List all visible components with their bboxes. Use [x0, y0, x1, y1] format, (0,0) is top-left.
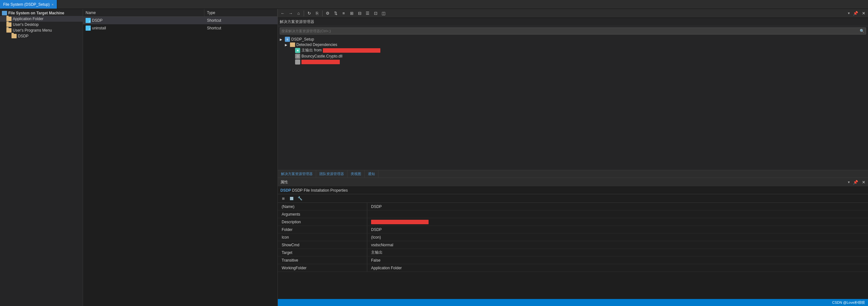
- preview-button[interactable]: ◫: [380, 10, 387, 17]
- copy-button[interactable]: ⎘: [314, 10, 321, 17]
- prop-label-transitive: Transitive: [278, 256, 367, 264]
- prop-label-name: (Name): [278, 203, 367, 210]
- refresh-button[interactable]: ↻: [306, 10, 313, 17]
- collapse-button[interactable]: ⊟: [356, 10, 363, 17]
- prop-wrench-button[interactable]: 🔧: [297, 195, 303, 202]
- prop-value-target: 主输出: [367, 250, 868, 255]
- solution-title-area: 解决方案资源管理器: [278, 18, 868, 26]
- prop-label-workingfolder: WorkingFolder: [278, 264, 367, 272]
- solution-tabs: 解决方案资源管理器 团队资源管理器 类视图 通知: [278, 170, 868, 178]
- properties-title-text: DSDP File Installation Properties: [292, 188, 348, 193]
- dll-icon: ◫: [295, 54, 300, 59]
- filter-button[interactable]: ≡: [340, 10, 347, 17]
- prop-row-workingfolder[interactable]: WorkingFolder Application Folder: [278, 264, 868, 272]
- toolbar-left: ← → ⌂ ↻ ⎘ ⚙ ⇅ ≡ ⊞ ⊟ ☰ ⊡ ◫: [279, 10, 387, 17]
- properties-label: 属性: [279, 180, 289, 185]
- sort-button[interactable]: ⇅: [332, 10, 339, 17]
- col-header-type: Type: [205, 9, 278, 16]
- ref-icon: [295, 59, 300, 64]
- prop-row-target[interactable]: Target 主输出: [278, 249, 868, 256]
- sol-tree-item-primary-output[interactable]: ▶ ▣ 主输出 from: [278, 47, 868, 53]
- properties-button[interactable]: ⊡: [372, 10, 379, 17]
- sol-tree-item-ref[interactable]: ▶: [278, 59, 868, 65]
- tree-root-label: File System on Target Machine: [8, 11, 64, 15]
- toolbar-right: ▼ 📌 ✕: [847, 10, 867, 16]
- prop-sort-button[interactable]: 🔡: [288, 195, 295, 202]
- prop-value-transitive: False: [367, 258, 868, 263]
- toolbar-separator-2: [322, 10, 322, 16]
- properties-toolbar: 属性 ▼ 📌 ✕: [278, 178, 868, 187]
- prop-value-workingfolder: Application Folder: [367, 266, 868, 270]
- project-icon: S: [285, 37, 290, 42]
- view-button[interactable]: ☰: [364, 10, 371, 17]
- folder-icon: [11, 34, 17, 38]
- prop-grid-button[interactable]: ⊞: [280, 195, 287, 202]
- folder-icon: [6, 22, 11, 27]
- sol-tree-item-bouncy[interactable]: ▶ ◫ BouncyCastle.Crypto.dll: [278, 53, 868, 59]
- prop-label-description: Description: [278, 218, 367, 225]
- tab-class-view[interactable]: 类视图: [347, 170, 365, 178]
- main-layout: File System on Target Machine Applicatio…: [0, 9, 868, 306]
- forward-button[interactable]: →: [287, 10, 294, 17]
- prop-row-folder[interactable]: Folder DSDP: [278, 226, 868, 234]
- file-icon: ▣: [295, 48, 300, 53]
- search-input[interactable]: [281, 29, 860, 33]
- dropdown-arrow-icon[interactable]: ▼: [847, 11, 850, 15]
- close-panel-button[interactable]: ✕: [861, 10, 867, 16]
- search-icon[interactable]: 🔍: [860, 29, 865, 33]
- back-button[interactable]: ←: [279, 10, 286, 17]
- tab-file-system[interactable]: File System (DSDP_Setup) ×: [0, 0, 57, 9]
- prop-row-icon[interactable]: Icon (Icon): [278, 234, 868, 241]
- tree-item-users-desktop[interactable]: User's Desktop: [0, 22, 83, 28]
- tree-item-application-folder[interactable]: Application Folder: [0, 16, 83, 22]
- pin-button[interactable]: 📌: [852, 10, 859, 16]
- file-type-cell: Shortcut: [205, 24, 278, 32]
- prop-label-icon: Icon: [278, 234, 367, 241]
- file-list-header: Name Type: [83, 9, 278, 17]
- sol-item-label: 主输出 from: [302, 48, 321, 53]
- tab-close-button[interactable]: ×: [52, 3, 53, 6]
- settings-button[interactable]: ⚙: [324, 10, 331, 17]
- tree-item-users-programs-menu[interactable]: User's Programs Menu: [0, 28, 83, 33]
- toolbar-separator: [304, 10, 304, 16]
- tree-item-label: User's Desktop: [13, 22, 39, 27]
- solution-tree: ▶ S DSDP_Setup ▶ Detected Dependencies ▶…: [278, 36, 868, 170]
- prop-row-transitive[interactable]: Transitive False: [278, 256, 868, 264]
- tree-panel: File System on Target Machine Applicatio…: [0, 9, 83, 306]
- tab-team-explorer[interactable]: 团队资源管理器: [316, 170, 347, 178]
- tab-notifications[interactable]: 通知: [365, 170, 378, 178]
- redacted-bar-small: [302, 60, 340, 64]
- sol-item-label: BouncyCastle.Crypto.dll: [302, 54, 342, 58]
- tab-solution-explorer[interactable]: 解决方案资源管理器: [278, 170, 316, 178]
- dropdown-arrow-icon[interactable]: ▼: [847, 181, 850, 184]
- tree-item-dsdp[interactable]: DSDP: [0, 33, 83, 39]
- expand-button[interactable]: ⊞: [348, 10, 355, 17]
- search-bar[interactable]: 🔍: [280, 28, 866, 34]
- file-name-cell: DSDP: [83, 17, 205, 24]
- pin-properties-button[interactable]: 📌: [852, 179, 859, 185]
- status-text: CSDN @Love朴呗呗: [832, 300, 865, 305]
- file-row-dsdp[interactable]: DSDP Shortcut: [83, 17, 278, 24]
- prop-label-target: Target: [278, 249, 367, 256]
- folder-icon: [6, 17, 11, 21]
- sol-tree-item-project[interactable]: ▶ S DSDP_Setup: [278, 36, 868, 42]
- shortcut-icon: [86, 18, 91, 23]
- properties-panel: 属性 ▼ 📌 ✕ DSDP DSDP File Installation Pro…: [278, 178, 868, 299]
- prop-row-name[interactable]: (Name) DSDP: [278, 203, 868, 211]
- file-row-uninstall[interactable]: uninstall Shortcut: [83, 24, 278, 32]
- sol-tree-item-detected-deps[interactable]: ▶ Detected Dependencies: [278, 42, 868, 47]
- right-panel: ← → ⌂ ↻ ⎘ ⚙ ⇅ ≡ ⊞ ⊟ ☰ ⊡ ◫ ▼: [278, 9, 868, 306]
- prop-value-showcmd: vsdscNormal: [367, 243, 868, 247]
- file-list-panel: Name Type DSDP Shortcut: [83, 9, 278, 306]
- home-button[interactable]: ⌂: [295, 10, 302, 17]
- prop-button-bar: ⊞ 🔡 🔧: [278, 194, 868, 203]
- tree-item-label: DSDP: [18, 34, 28, 38]
- tree-root[interactable]: File System on Target Machine: [0, 10, 83, 16]
- prop-row-description[interactable]: Description: [278, 218, 868, 226]
- prop-label-showcmd: ShowCmd: [278, 241, 367, 248]
- close-properties-button[interactable]: ✕: [861, 179, 867, 185]
- file-name-cell: uninstall: [83, 24, 205, 32]
- prop-row-showcmd[interactable]: ShowCmd vsdscNormal: [278, 241, 868, 249]
- prop-row-arguments[interactable]: Arguments: [278, 211, 868, 218]
- properties-object-name: DSDP: [280, 188, 291, 193]
